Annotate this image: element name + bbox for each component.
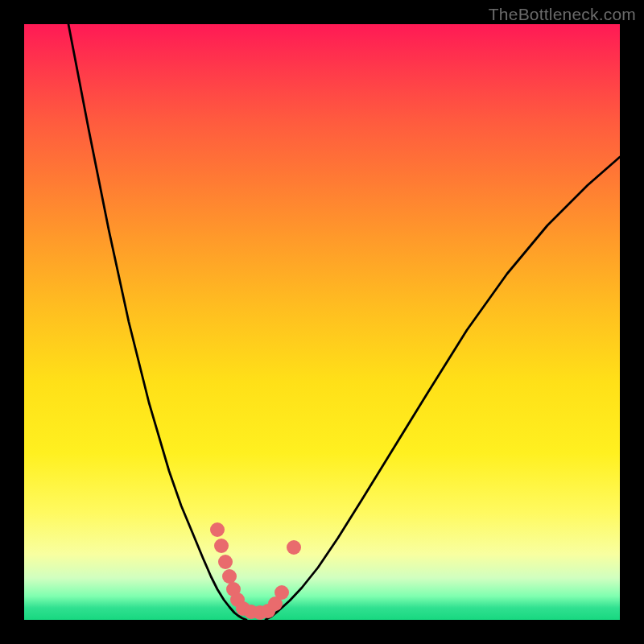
chart-frame: TheBottleneck.com bbox=[0, 0, 644, 644]
markers-group bbox=[210, 522, 301, 620]
dot-right-top bbox=[287, 540, 301, 555]
plot-area bbox=[24, 24, 620, 620]
dot-left-4 bbox=[222, 569, 237, 584]
dot-left-3 bbox=[218, 555, 233, 569]
dot-left-1 bbox=[210, 522, 225, 537]
dot-right-2 bbox=[275, 585, 289, 600]
watermark-text: TheBottleneck.com bbox=[489, 5, 636, 24]
curve-layer bbox=[24, 24, 620, 620]
curve-right-curve bbox=[266, 157, 620, 620]
dot-left-2 bbox=[214, 539, 229, 553]
curves-group bbox=[68, 24, 620, 620]
